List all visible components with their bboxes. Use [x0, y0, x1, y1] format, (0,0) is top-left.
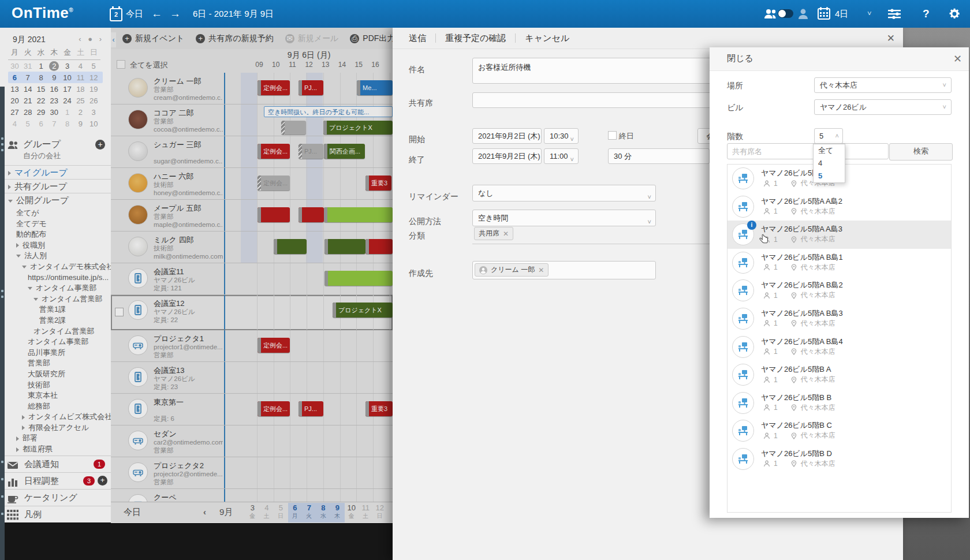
checkbox-icon[interactable]	[608, 131, 617, 140]
seat-item[interactable]: iヤマノ26ビル5階A A島31代々木本店	[727, 221, 951, 249]
event-block[interactable]: 定例会...	[258, 176, 290, 191]
mini-calendar-day[interactable]: 8	[61, 120, 74, 128]
help-button[interactable]: ?	[923, 0, 930, 28]
mini-calendar-day[interactable]: 10	[61, 73, 74, 82]
checkbox-icon[interactable]	[117, 60, 125, 69]
group-tree-item[interactable]: オンタイムデモ株式会社	[0, 262, 111, 272]
day-strip-item[interactable]: 3金	[245, 503, 260, 522]
today-button[interactable]: 今日	[126, 0, 143, 28]
event-block[interactable]: PJ...	[299, 144, 323, 159]
event-block[interactable]: 定例会...	[258, 80, 290, 95]
mini-calendar-day[interactable]: 11	[74, 73, 87, 82]
day-strip-item[interactable]: 10金	[345, 503, 359, 522]
mini-calendar-day[interactable]: 2	[74, 108, 87, 117]
toolbar-button-PDF出力[interactable]: ⎙PDF出力	[350, 33, 395, 44]
sidebar-item-ケータリング[interactable]: ケータリング	[0, 489, 111, 506]
mini-calendar-day[interactable]: 3	[61, 62, 74, 70]
group-section-マイグループ[interactable]: マイグループ	[0, 165, 111, 179]
timeline-row-会議室11[interactable]: 会議室11ヤマノ26ビル定員: 121	[111, 263, 393, 295]
group-section-共有グループ[interactable]: 共有グループ	[0, 179, 111, 193]
remove-tag-icon[interactable]: ✕	[538, 266, 544, 274]
reminder-select[interactable]: なし˅	[472, 185, 656, 201]
day-strip-item[interactable]: 7火	[302, 503, 316, 522]
mini-calendar-day[interactable]: 27	[8, 108, 21, 117]
mini-calendar-day[interactable]: 10	[87, 120, 100, 128]
seat-item[interactable]: ヤマノ26ビル5階A B島41代々木本店	[727, 333, 951, 361]
select-all-checkbox[interactable]: 全てを選択	[117, 60, 168, 70]
form-close-icon[interactable]: ✕	[887, 32, 895, 44]
end-time-field[interactable]: 11:00˅	[544, 148, 579, 164]
mini-calendar-day[interactable]: 19	[87, 85, 100, 94]
day-strip-item[interactable]: 5日	[274, 503, 288, 522]
start-time-field[interactable]: 10:30˅	[544, 128, 579, 144]
day-strip-item[interactable]: 11土	[359, 503, 373, 522]
mini-calendar-day[interactable]: 16	[47, 85, 61, 94]
group-tree-item[interactable]: https://ontimesuite.jp/s...	[0, 272, 111, 283]
place-select[interactable]: 代々木本店˅	[814, 77, 952, 93]
cancel-button[interactable]: キャンセル	[525, 33, 569, 44]
day-strip-item[interactable]: 6月	[288, 503, 303, 522]
mini-calendar-day[interactable]: 25	[74, 96, 87, 105]
mini-calendar-day[interactable]: 1	[35, 62, 48, 70]
seat-item[interactable]: ヤマノ26ビル5階A B島31代々木本店	[727, 305, 951, 333]
event-block[interactable]	[365, 239, 393, 254]
event-block[interactable]	[258, 207, 290, 222]
timeline-row-クーペ[interactable]: クーペ	[111, 489, 393, 502]
event-block[interactable]	[324, 207, 393, 222]
event-block[interactable]	[274, 239, 307, 254]
mini-calendar-day[interactable]: 22	[35, 96, 48, 105]
group-tree-item[interactable]: オンタイムビズ株式会社	[0, 412, 111, 423]
mini-calendar-day[interactable]: 3	[87, 108, 100, 117]
seat-item[interactable]: ヤマノ26ビル5階B D1代々木本店	[727, 445, 951, 473]
timeline-row-プロジェクタ2[interactable]: プロジェクタ2projector2@ontimede...営業部	[111, 457, 393, 489]
day-strip-item[interactable]: 12日	[373, 503, 387, 522]
row-checkbox[interactable]	[115, 308, 124, 316]
timeline-row-ハニー 六郎[interactable]: ハニー 六郎技術部honey@ontimedemo.c...定例会...重要3	[111, 168, 393, 200]
timeline-row-メープル 五郎[interactable]: メープル 五郎営業部maple@ontimedemo.c...	[111, 200, 393, 232]
mini-calendar-day[interactable]: 4	[8, 120, 21, 128]
mini-calendar-day[interactable]: 31	[21, 62, 35, 70]
group-tree-item[interactable]: 役職別	[0, 240, 111, 251]
day-strip-item[interactable]: 4土	[260, 503, 274, 522]
event-block[interactable]	[299, 207, 324, 222]
event-block[interactable]: 重要3	[365, 176, 391, 191]
sidebar-item-会議通知[interactable]: 会議通知1	[0, 456, 111, 472]
event-block[interactable]: PJ...	[299, 80, 323, 95]
mini-calendar-day[interactable]: 12	[87, 73, 100, 82]
group-tree-item[interactable]: 都道府県	[0, 444, 111, 455]
check-conflicts-button[interactable]: 重複予定の確認	[445, 33, 506, 44]
day-strip-item[interactable]: 9木	[330, 503, 345, 522]
creator-field[interactable]: クリーム 一郎✕	[472, 261, 656, 279]
event-block[interactable]: プロジェクトX	[323, 121, 393, 135]
sidebar-item-凡例[interactable]: 凡例	[0, 506, 111, 522]
mini-calendar-day[interactable]: 13	[8, 85, 21, 94]
collapsed-rail[interactable]	[0, 87, 5, 560]
seat-item[interactable]: ヤマノ26ビル5階A A島21代々木本店	[727, 193, 951, 221]
seat-item[interactable]: ヤマノ26ビル5階B A1代々木本店	[727, 361, 951, 389]
event-block[interactable]: 関西企画...	[324, 144, 365, 159]
mini-calendar-day[interactable]: 20	[8, 96, 21, 105]
event-block[interactable]: 定例会...	[258, 144, 290, 159]
event-block[interactable]: 定例会...	[258, 401, 290, 416]
event-block[interactable]	[281, 121, 306, 135]
group-tree-item[interactable]: 大阪研究所	[0, 369, 111, 380]
prev-day-button[interactable]: ←	[151, 0, 162, 28]
mini-calendar-day[interactable]: 24	[61, 96, 74, 105]
event-block[interactable]	[324, 239, 365, 254]
floor-option-4[interactable]: 4	[814, 157, 845, 170]
dialog-close-icon[interactable]: ✕	[953, 53, 962, 65]
group-section-公開グループ[interactable]: 公開グループ	[0, 193, 111, 207]
mini-calendar-day[interactable]: 2	[47, 61, 61, 71]
mini-calendar-day[interactable]: 14	[21, 85, 35, 94]
group-tree-item[interactable]: 有限会社アクセル	[0, 423, 111, 434]
group-tree-item[interactable]: オンタイム事業部	[0, 337, 111, 348]
toolbar-button-新規イベント[interactable]: +新規イベント	[122, 33, 184, 44]
timeline-row-会議室12[interactable]: 会議室12ヤマノ26ビル定員: 22プロジェクトX	[111, 295, 393, 330]
event-block[interactable]: 重要3	[365, 401, 393, 416]
send-button[interactable]: 送信	[409, 33, 426, 44]
seat-item[interactable]: ヤマノ26ビル5階B C1代々木本店	[727, 417, 951, 445]
group-tree-item[interactable]: 法人別	[0, 251, 111, 262]
creator-tag[interactable]: クリーム 一郎✕	[475, 263, 549, 277]
group-tree-item[interactable]: 動的配布	[0, 229, 111, 240]
timeline-row-シュガー 三郎[interactable]: シュガー 三郎 sugar@ontimedemo.c...定例会...PJ...…	[111, 136, 393, 168]
